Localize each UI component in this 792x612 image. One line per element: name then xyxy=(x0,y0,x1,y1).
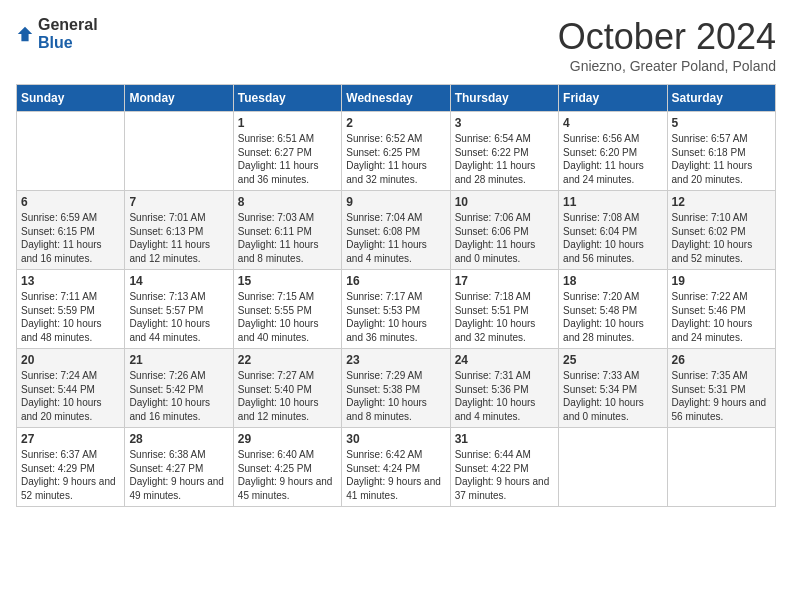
logo-general-text: General xyxy=(38,16,98,33)
cell-details: Sunrise: 6:40 AM Sunset: 4:25 PM Dayligh… xyxy=(238,448,337,502)
calendar-cell xyxy=(125,112,233,191)
cell-details: Sunrise: 7:11 AM Sunset: 5:59 PM Dayligh… xyxy=(21,290,120,344)
calendar-cell: 20Sunrise: 7:24 AM Sunset: 5:44 PM Dayli… xyxy=(17,349,125,428)
calendar-cell: 1Sunrise: 6:51 AM Sunset: 6:27 PM Daylig… xyxy=(233,112,341,191)
column-header-monday: Monday xyxy=(125,85,233,112)
logo-blue-text: Blue xyxy=(38,34,73,51)
cell-details: Sunrise: 6:57 AM Sunset: 6:18 PM Dayligh… xyxy=(672,132,771,186)
day-number: 20 xyxy=(21,353,120,367)
cell-details: Sunrise: 6:54 AM Sunset: 6:22 PM Dayligh… xyxy=(455,132,554,186)
day-number: 11 xyxy=(563,195,662,209)
cell-details: Sunrise: 6:59 AM Sunset: 6:15 PM Dayligh… xyxy=(21,211,120,265)
calendar-cell: 4Sunrise: 6:56 AM Sunset: 6:20 PM Daylig… xyxy=(559,112,667,191)
day-number: 18 xyxy=(563,274,662,288)
cell-details: Sunrise: 6:52 AM Sunset: 6:25 PM Dayligh… xyxy=(346,132,445,186)
day-number: 31 xyxy=(455,432,554,446)
cell-details: Sunrise: 7:31 AM Sunset: 5:36 PM Dayligh… xyxy=(455,369,554,423)
calendar-cell xyxy=(559,428,667,507)
cell-details: Sunrise: 7:20 AM Sunset: 5:48 PM Dayligh… xyxy=(563,290,662,344)
calendar-cell: 28Sunrise: 6:38 AM Sunset: 4:27 PM Dayli… xyxy=(125,428,233,507)
calendar-week-3: 13Sunrise: 7:11 AM Sunset: 5:59 PM Dayli… xyxy=(17,270,776,349)
cell-details: Sunrise: 7:27 AM Sunset: 5:40 PM Dayligh… xyxy=(238,369,337,423)
calendar-week-2: 6Sunrise: 6:59 AM Sunset: 6:15 PM Daylig… xyxy=(17,191,776,270)
cell-details: Sunrise: 7:24 AM Sunset: 5:44 PM Dayligh… xyxy=(21,369,120,423)
calendar-cell: 2Sunrise: 6:52 AM Sunset: 6:25 PM Daylig… xyxy=(342,112,450,191)
day-number: 17 xyxy=(455,274,554,288)
calendar-week-4: 20Sunrise: 7:24 AM Sunset: 5:44 PM Dayli… xyxy=(17,349,776,428)
cell-details: Sunrise: 7:08 AM Sunset: 6:04 PM Dayligh… xyxy=(563,211,662,265)
calendar-cell xyxy=(17,112,125,191)
calendar-cell: 31Sunrise: 6:44 AM Sunset: 4:22 PM Dayli… xyxy=(450,428,558,507)
cell-details: Sunrise: 6:44 AM Sunset: 4:22 PM Dayligh… xyxy=(455,448,554,502)
cell-details: Sunrise: 7:15 AM Sunset: 5:55 PM Dayligh… xyxy=(238,290,337,344)
cell-details: Sunrise: 7:13 AM Sunset: 5:57 PM Dayligh… xyxy=(129,290,228,344)
day-number: 27 xyxy=(21,432,120,446)
day-number: 19 xyxy=(672,274,771,288)
day-number: 26 xyxy=(672,353,771,367)
calendar-cell: 21Sunrise: 7:26 AM Sunset: 5:42 PM Dayli… xyxy=(125,349,233,428)
calendar-cell: 14Sunrise: 7:13 AM Sunset: 5:57 PM Dayli… xyxy=(125,270,233,349)
logo: General Blue xyxy=(16,16,98,52)
calendar-cell: 29Sunrise: 6:40 AM Sunset: 4:25 PM Dayli… xyxy=(233,428,341,507)
column-header-thursday: Thursday xyxy=(450,85,558,112)
day-number: 28 xyxy=(129,432,228,446)
calendar-cell: 7Sunrise: 7:01 AM Sunset: 6:13 PM Daylig… xyxy=(125,191,233,270)
page-header: General Blue October 2024 Gniezno, Great… xyxy=(16,16,776,74)
calendar-cell: 13Sunrise: 7:11 AM Sunset: 5:59 PM Dayli… xyxy=(17,270,125,349)
calendar-cell: 9Sunrise: 7:04 AM Sunset: 6:08 PM Daylig… xyxy=(342,191,450,270)
day-number: 8 xyxy=(238,195,337,209)
day-number: 24 xyxy=(455,353,554,367)
calendar-cell: 16Sunrise: 7:17 AM Sunset: 5:53 PM Dayli… xyxy=(342,270,450,349)
day-number: 12 xyxy=(672,195,771,209)
cell-details: Sunrise: 7:01 AM Sunset: 6:13 PM Dayligh… xyxy=(129,211,228,265)
calendar-table: SundayMondayTuesdayWednesdayThursdayFrid… xyxy=(16,84,776,507)
column-header-tuesday: Tuesday xyxy=(233,85,341,112)
cell-details: Sunrise: 6:37 AM Sunset: 4:29 PM Dayligh… xyxy=(21,448,120,502)
calendar-cell: 18Sunrise: 7:20 AM Sunset: 5:48 PM Dayli… xyxy=(559,270,667,349)
day-number: 14 xyxy=(129,274,228,288)
day-number: 10 xyxy=(455,195,554,209)
cell-details: Sunrise: 6:56 AM Sunset: 6:20 PM Dayligh… xyxy=(563,132,662,186)
day-number: 15 xyxy=(238,274,337,288)
day-number: 29 xyxy=(238,432,337,446)
day-number: 16 xyxy=(346,274,445,288)
day-number: 22 xyxy=(238,353,337,367)
cell-details: Sunrise: 7:06 AM Sunset: 6:06 PM Dayligh… xyxy=(455,211,554,265)
cell-details: Sunrise: 7:10 AM Sunset: 6:02 PM Dayligh… xyxy=(672,211,771,265)
calendar-cell: 23Sunrise: 7:29 AM Sunset: 5:38 PM Dayli… xyxy=(342,349,450,428)
calendar-cell: 3Sunrise: 6:54 AM Sunset: 6:22 PM Daylig… xyxy=(450,112,558,191)
calendar-cell: 11Sunrise: 7:08 AM Sunset: 6:04 PM Dayli… xyxy=(559,191,667,270)
calendar-cell: 8Sunrise: 7:03 AM Sunset: 6:11 PM Daylig… xyxy=(233,191,341,270)
calendar-cell: 30Sunrise: 6:42 AM Sunset: 4:24 PM Dayli… xyxy=(342,428,450,507)
location-subtitle: Gniezno, Greater Poland, Poland xyxy=(558,58,776,74)
day-number: 13 xyxy=(21,274,120,288)
column-header-friday: Friday xyxy=(559,85,667,112)
calendar-week-1: 1Sunrise: 6:51 AM Sunset: 6:27 PM Daylig… xyxy=(17,112,776,191)
calendar-cell: 12Sunrise: 7:10 AM Sunset: 6:02 PM Dayli… xyxy=(667,191,775,270)
calendar-week-5: 27Sunrise: 6:37 AM Sunset: 4:29 PM Dayli… xyxy=(17,428,776,507)
day-number: 2 xyxy=(346,116,445,130)
calendar-cell xyxy=(667,428,775,507)
cell-details: Sunrise: 7:03 AM Sunset: 6:11 PM Dayligh… xyxy=(238,211,337,265)
cell-details: Sunrise: 7:04 AM Sunset: 6:08 PM Dayligh… xyxy=(346,211,445,265)
cell-details: Sunrise: 7:35 AM Sunset: 5:31 PM Dayligh… xyxy=(672,369,771,423)
day-number: 4 xyxy=(563,116,662,130)
cell-details: Sunrise: 7:18 AM Sunset: 5:51 PM Dayligh… xyxy=(455,290,554,344)
cell-details: Sunrise: 6:51 AM Sunset: 6:27 PM Dayligh… xyxy=(238,132,337,186)
cell-details: Sunrise: 6:38 AM Sunset: 4:27 PM Dayligh… xyxy=(129,448,228,502)
day-number: 21 xyxy=(129,353,228,367)
day-number: 3 xyxy=(455,116,554,130)
column-header-saturday: Saturday xyxy=(667,85,775,112)
cell-details: Sunrise: 7:26 AM Sunset: 5:42 PM Dayligh… xyxy=(129,369,228,423)
cell-details: Sunrise: 7:29 AM Sunset: 5:38 PM Dayligh… xyxy=(346,369,445,423)
cell-details: Sunrise: 6:42 AM Sunset: 4:24 PM Dayligh… xyxy=(346,448,445,502)
calendar-cell: 25Sunrise: 7:33 AM Sunset: 5:34 PM Dayli… xyxy=(559,349,667,428)
day-number: 6 xyxy=(21,195,120,209)
cell-details: Sunrise: 7:17 AM Sunset: 5:53 PM Dayligh… xyxy=(346,290,445,344)
calendar-cell: 15Sunrise: 7:15 AM Sunset: 5:55 PM Dayli… xyxy=(233,270,341,349)
calendar-cell: 26Sunrise: 7:35 AM Sunset: 5:31 PM Dayli… xyxy=(667,349,775,428)
day-number: 9 xyxy=(346,195,445,209)
calendar-cell: 24Sunrise: 7:31 AM Sunset: 5:36 PM Dayli… xyxy=(450,349,558,428)
column-header-sunday: Sunday xyxy=(17,85,125,112)
day-number: 30 xyxy=(346,432,445,446)
